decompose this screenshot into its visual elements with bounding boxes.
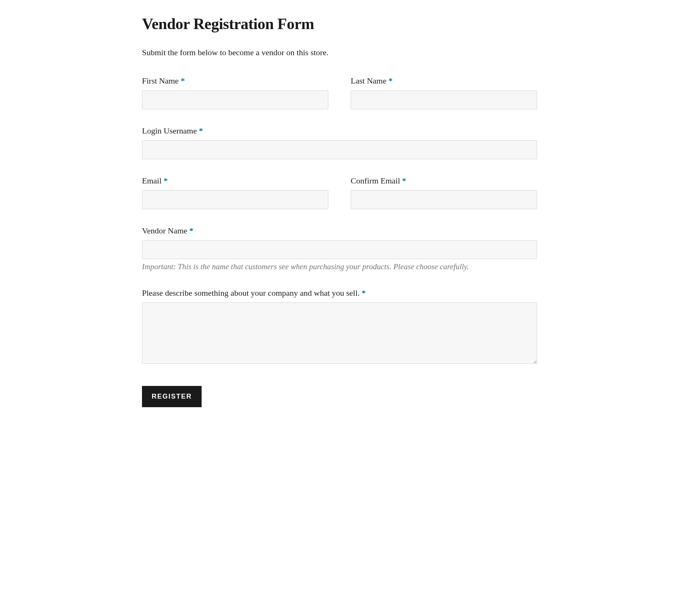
email-field-wrapper: Email *: [142, 176, 328, 209]
confirm-email-field-wrapper: Confirm Email *: [351, 176, 537, 209]
name-row: First Name * Last Name *: [142, 76, 537, 109]
required-asterisk: *: [388, 76, 392, 85]
first-name-label-text: First Name: [142, 76, 179, 85]
vendor-registration-form: First Name * Last Name * Login Username …: [142, 76, 537, 407]
confirm-email-input[interactable]: [351, 190, 537, 209]
email-input[interactable]: [142, 190, 328, 209]
description-label: Please describe something about your com…: [142, 288, 537, 298]
last-name-label-text: Last Name: [351, 76, 386, 85]
username-label-text: Login Username: [142, 126, 197, 135]
first-name-input[interactable]: [142, 90, 328, 109]
vendor-name-field-wrapper: Vendor Name * Important: This is the nam…: [142, 226, 537, 271]
username-label: Login Username *: [142, 126, 537, 136]
required-asterisk: *: [362, 288, 366, 298]
registration-form-container: Vendor Registration Form Submit the form…: [142, 15, 537, 407]
intro-text: Submit the form below to become a vendor…: [142, 48, 537, 57]
email-label: Email *: [142, 176, 328, 186]
confirm-email-label: Confirm Email *: [351, 176, 537, 186]
required-asterisk: *: [189, 226, 193, 235]
vendor-name-input[interactable]: [142, 240, 537, 259]
email-row: Email * Confirm Email *: [142, 176, 537, 209]
required-asterisk: *: [164, 176, 168, 185]
vendor-name-help-text: Important: This is the name that custome…: [142, 262, 537, 271]
vendor-name-label-text: Vendor Name: [142, 226, 187, 235]
description-field-wrapper: Please describe something about your com…: [142, 288, 537, 365]
username-input[interactable]: [142, 140, 537, 159]
vendor-name-label: Vendor Name *: [142, 226, 537, 236]
username-field-wrapper: Login Username *: [142, 126, 537, 159]
description-label-text: Please describe something about your com…: [142, 288, 360, 298]
last-name-field-wrapper: Last Name *: [351, 76, 537, 109]
first-name-field-wrapper: First Name *: [142, 76, 328, 109]
required-asterisk: *: [199, 126, 203, 135]
first-name-label: First Name *: [142, 76, 328, 86]
required-asterisk: *: [181, 76, 185, 85]
required-asterisk: *: [402, 176, 406, 185]
register-button[interactable]: REGISTER: [142, 386, 202, 407]
confirm-email-label-text: Confirm Email: [351, 176, 400, 185]
description-textarea[interactable]: [142, 302, 537, 364]
page-title: Vendor Registration Form: [142, 15, 537, 33]
email-label-text: Email: [142, 176, 162, 185]
last-name-label: Last Name *: [351, 76, 537, 86]
last-name-input[interactable]: [351, 90, 537, 109]
